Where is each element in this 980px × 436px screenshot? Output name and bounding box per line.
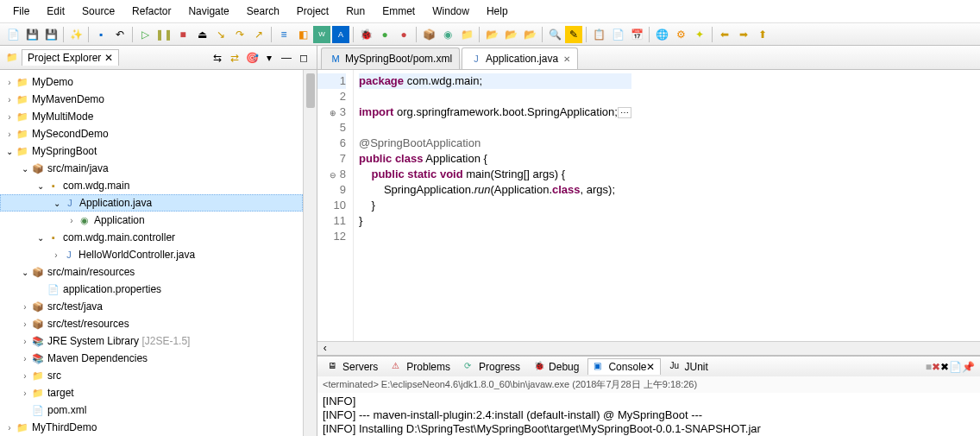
up-icon[interactable]: ⬆ — [754, 26, 771, 43]
outline-icon[interactable]: 📋 — [590, 26, 607, 43]
debug-icon[interactable]: 🐞 — [357, 26, 374, 43]
menu-project[interactable]: Project — [288, 3, 337, 20]
new-icon[interactable]: 📄 — [4, 26, 22, 43]
tree-src-test-java[interactable]: ›📦src/test/java — [0, 298, 303, 315]
search-icon[interactable]: 🔍 — [546, 26, 563, 43]
highlight-icon[interactable]: ✎ — [565, 26, 582, 43]
tree-package-controller[interactable]: ⌄▪com.wdg.main.controller — [0, 229, 303, 246]
deploy-icon[interactable]: ⚙ — [672, 26, 689, 43]
back-icon[interactable]: ⬅ — [716, 26, 733, 43]
open2-icon[interactable]: 📂 — [502, 26, 519, 43]
tree-maven-deps[interactable]: ›📚Maven Dependencies — [0, 350, 303, 367]
separator — [88, 27, 89, 42]
resume-icon[interactable]: ▷ — [136, 26, 154, 43]
menu-run[interactable]: Run — [337, 3, 374, 20]
max-icon[interactable]: ◻ — [296, 50, 311, 66]
tree-application-java[interactable]: ⌄JApplication.java — [0, 194, 303, 212]
newpkg-icon[interactable]: 📦 — [420, 26, 437, 43]
tab-junit[interactable]: JuJUnit — [664, 359, 713, 375]
tab-console[interactable]: ▣Console ✕ — [587, 358, 661, 375]
terminate-icon[interactable]: ■ — [174, 26, 192, 43]
open3-icon[interactable]: 📂 — [521, 26, 538, 43]
tree-project-myspringboot[interactable]: ⌄📁MySpringBoot — [0, 142, 303, 160]
abbr-icon[interactable]: A — [332, 26, 349, 43]
tab-debug[interactable]: 🐞Debug — [529, 359, 584, 375]
star-icon[interactable]: ✦ — [691, 26, 708, 43]
menu-source[interactable]: Source — [73, 3, 123, 20]
tree-src-main-java[interactable]: ⌄📦src/main/java — [0, 160, 303, 177]
separator — [712, 27, 713, 42]
tree-jre-library[interactable]: ›📚JRE System Library [J2SE-1.5] — [0, 332, 303, 350]
disconnect-icon[interactable]: ⏏ — [193, 26, 210, 43]
tree-scrollbar[interactable] — [303, 70, 317, 436]
tab-servers[interactable]: 🖥Servers — [323, 359, 383, 375]
stepreturn-icon[interactable]: ↗ — [250, 26, 267, 43]
menu-window[interactable]: Window — [424, 3, 478, 20]
console-pin-icon[interactable]: 📌 — [962, 361, 975, 373]
tree-src-test-resources[interactable]: ›📦src/test/resources — [0, 315, 303, 332]
terminal-icon[interactable]: ▪ — [92, 26, 110, 43]
project-tree[interactable]: ›📁MyDemo ›📁MyMavenDemo ›📁MyMultiMode ›📁M… — [0, 70, 303, 436]
tree-application-class[interactable]: ›◉Application — [0, 212, 303, 229]
link-icon[interactable]: ⇄ — [227, 50, 242, 66]
tree-package-main[interactable]: ⌄▪com.wdg.main — [0, 177, 303, 194]
separator — [63, 27, 64, 42]
runext-icon[interactable]: ● — [395, 26, 412, 43]
wand-icon[interactable]: ✨ — [67, 26, 85, 43]
tree-project[interactable]: ›📁MyMultiMode — [0, 108, 303, 125]
tree-project[interactable]: ›📁MyMavenDemo — [0, 91, 303, 108]
tree-project[interactable]: ›📁MySecondDemo — [0, 125, 303, 142]
console-clear-icon[interactable]: 📄 — [949, 361, 962, 373]
newproj-icon[interactable]: 📁 — [458, 26, 475, 43]
stop-icon[interactable]: ↶ — [111, 26, 129, 43]
focus-icon[interactable]: 🎯 — [244, 50, 260, 66]
fwd-icon[interactable]: ➡ — [735, 26, 752, 43]
code-area[interactable]: package com.wdg.main; import org.springf… — [354, 70, 637, 341]
collapse-icon[interactable]: ⇆ — [210, 50, 225, 66]
tree-src[interactable]: ›📁src — [0, 367, 303, 384]
tab-problems[interactable]: ⚠Problems — [386, 359, 455, 375]
menu-navigate[interactable]: Navigate — [179, 3, 237, 20]
stepover-icon[interactable]: ↷ — [231, 26, 248, 43]
tree-project[interactable]: ›📁MyDemo — [0, 73, 303, 91]
tree-pom-xml[interactable]: ›📄pom.xml — [0, 401, 303, 419]
console-remove-icon[interactable]: ✖ — [940, 361, 949, 373]
save-icon[interactable]: 💾 — [23, 26, 41, 43]
html-icon[interactable]: ◧ — [294, 26, 311, 43]
tree-application-properties[interactable]: ›📄application.properties — [0, 281, 303, 298]
run-icon[interactable]: ● — [376, 26, 393, 43]
console-terminate-icon[interactable]: ■ — [926, 361, 932, 373]
editor-tab-pom[interactable]: MMySpringBoot/pom.xml — [321, 47, 460, 69]
tree-project[interactable]: ›📁MyThirdDemo — [0, 419, 303, 436]
task-icon[interactable]: 📄 — [609, 26, 626, 43]
globe-icon[interactable]: 🌐 — [653, 26, 670, 43]
cal-icon[interactable]: 📅 — [628, 26, 645, 43]
editor-hscroll[interactable]: ‹ — [317, 341, 980, 355]
menu-edit[interactable]: Edit — [38, 3, 73, 20]
web-icon[interactable]: W — [313, 26, 330, 43]
code-editor[interactable]: 12⊕ 3567⊖ 89101112 package com.wdg.main;… — [317, 70, 980, 341]
min-icon[interactable]: — — [279, 50, 294, 66]
open-icon[interactable]: 📂 — [483, 26, 500, 43]
menu-emmet[interactable]: Emmet — [374, 3, 424, 20]
tab-progress[interactable]: ⟳Progress — [459, 359, 525, 375]
editor-tab-application[interactable]: JApplication.java✕ — [462, 47, 578, 69]
tree-target[interactable]: ›📁target — [0, 384, 303, 401]
align-icon[interactable]: ≡ — [275, 26, 292, 43]
tree-src-main-resources[interactable]: ⌄📦src/main/resources — [0, 263, 303, 281]
console-output[interactable]: [INFO] [INFO] --- maven-install-plugin:2… — [317, 393, 980, 436]
menu-icon[interactable]: ▾ — [261, 50, 277, 66]
pause-icon[interactable]: ❚❚ — [155, 26, 173, 43]
close-icon[interactable]: ✕ — [563, 54, 570, 64]
stepinto-icon[interactable]: ↘ — [212, 26, 229, 43]
editor-tab-bar: MMySpringBoot/pom.xml JApplication.java✕ — [317, 46, 980, 70]
saveall-icon[interactable]: 💾 — [42, 26, 60, 43]
menu-help[interactable]: Help — [478, 3, 517, 20]
menu-file[interactable]: File — [4, 3, 38, 20]
tree-hello-controller[interactable]: ›JHelloWorldController.java — [0, 246, 303, 263]
menu-refactor[interactable]: Refactor — [123, 3, 179, 20]
menu-search[interactable]: Search — [238, 3, 288, 20]
menu-bar: File Edit Source Refactor Navigate Searc… — [0, 0, 980, 23]
console-removeall-icon[interactable]: ✖ — [932, 361, 940, 373]
newclass-icon[interactable]: ◉ — [439, 26, 456, 43]
